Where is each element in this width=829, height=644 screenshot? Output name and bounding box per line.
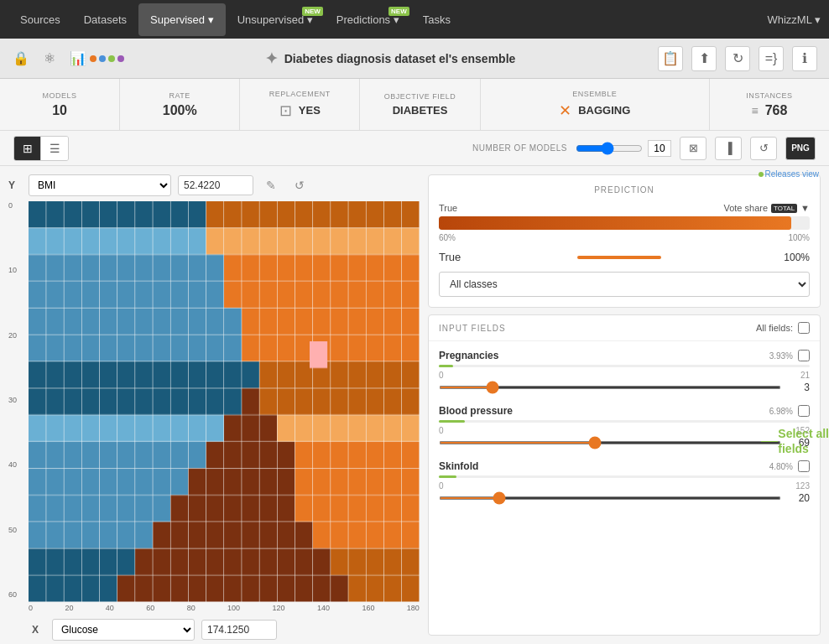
- select-all-tooltip: Select allfields: [761, 426, 829, 456]
- num-models-count: 10: [648, 140, 671, 157]
- model-tree-icon[interactable]: ⚛: [37, 46, 62, 71]
- field-pregnancies-pct-fill: [439, 365, 453, 367]
- all-fields-control: All fields:: [756, 322, 810, 334]
- dot1: [90, 55, 96, 62]
- heatmap-canvas: [29, 201, 420, 602]
- field-blood-pressure-range: 0 152: [439, 426, 810, 435]
- whizzml-menu[interactable]: WhizzML ▾: [767, 13, 821, 26]
- y-axis-labels: 60 50 40 30 20 10 0: [8, 201, 29, 615]
- stat-ensemble-row: ✕ BAGGING: [559, 101, 630, 120]
- predictions-badge: NEW: [388, 7, 409, 16]
- pct-right: 100%: [788, 233, 810, 242]
- nav-predictions[interactable]: NEW Predictions ▾: [325, 3, 411, 36]
- field-skinfold-pct-bar: [439, 475, 810, 478]
- input-fields-title: INPUT FIELDS: [439, 324, 506, 333]
- y-refresh-icon[interactable]: ↺: [289, 174, 310, 196]
- y-axis-label: Y: [8, 179, 22, 191]
- field-skinfold: Skinfold 4.80% 0 123: [439, 460, 810, 504]
- stack-icon[interactable]: 📊: [65, 46, 91, 71]
- nav-unsupervised[interactable]: NEW Unsupervised ▾: [226, 3, 325, 36]
- png-btn[interactable]: PNG: [785, 137, 816, 160]
- y-axis-select[interactable]: BMI: [29, 174, 171, 196]
- unsupervised-badge: NEW: [302, 7, 323, 16]
- toolbar-right-icons: 📋 ⬆ ↻ =} ℹ: [658, 46, 821, 71]
- toolbar-title-area: ✦ Diabetes diagnosis dataset el's ensemb…: [123, 49, 658, 68]
- prediction-progress-fill: [439, 216, 791, 230]
- prediction-card-title: PREDICTION: [439, 185, 810, 195]
- field-skinfold-range: 0 123: [439, 481, 810, 491]
- field-skinfold-pct-fill: [439, 475, 456, 478]
- stat-models: MODELS 10: [0, 79, 120, 130]
- stat-ensemble-label: ENSEMBLE: [572, 90, 617, 98]
- field-pregnancies-checkbox[interactable]: [798, 350, 810, 361]
- class-select[interactable]: All classes: [439, 272, 810, 297]
- nav-sources[interactable]: Sources: [8, 3, 72, 36]
- field-pregnancies-slider-row: 3: [439, 382, 810, 393]
- input-fields-card: INPUT FIELDS All fields: Pregnancies 3.9…: [428, 314, 821, 636]
- ensemble-icon: ✦: [265, 49, 278, 68]
- field-skinfold-value: 20: [786, 492, 810, 504]
- field-skinfold-slider[interactable]: [439, 496, 781, 500]
- pred-pct: 100%: [784, 252, 810, 263]
- field-skinfold-checkbox[interactable]: [798, 460, 810, 472]
- info-icon[interactable]: ℹ: [792, 46, 817, 71]
- chart-wrapper: 60 50 40 30 20 10 0 0 20 40: [8, 201, 420, 615]
- ensemble-x-icon: ✕: [559, 101, 571, 120]
- y-edit-icon[interactable]: ✎: [260, 174, 282, 196]
- field-blood-pressure-checkbox[interactable]: [798, 405, 810, 417]
- reload-btn[interactable]: ↺: [750, 137, 777, 160]
- chart-inner: 0 20 40 60 80 100 120 140 160 180: [29, 201, 420, 615]
- stat-models-label: MODELS: [43, 91, 77, 100]
- stat-ensemble: ENSEMBLE ✕ BAGGING: [481, 79, 710, 130]
- bar-chart-icon-btn[interactable]: ▐: [715, 137, 742, 160]
- stat-instances-value: 768: [765, 103, 788, 118]
- lock-icon[interactable]: 🔒: [8, 46, 34, 71]
- shuffle-icon-btn[interactable]: ⊠: [680, 137, 706, 160]
- y-axis-value-input[interactable]: [178, 175, 253, 195]
- field-skinfold-slider-row: 20: [439, 492, 810, 504]
- field-pregnancies-value: 3: [786, 382, 810, 393]
- nav-supervised[interactable]: Supervised ▾: [138, 3, 226, 36]
- dot2: [99, 55, 106, 62]
- prediction-progress-bar: [439, 216, 810, 230]
- code-icon[interactable]: =}: [759, 46, 784, 71]
- right-panel: Releases view PREDICTION True Vote share…: [428, 174, 821, 636]
- instances-icon: ≡: [751, 104, 758, 117]
- grid-view-btn[interactable]: ⊞: [14, 137, 41, 160]
- upload-icon[interactable]: ⬆: [691, 46, 717, 71]
- nav-tasks[interactable]: Tasks: [411, 3, 462, 36]
- controls-bar: ⊞ ☰ NUMBER OF MODELS 10 ⊠ ▐ ↺ PNG: [0, 131, 829, 166]
- field-pregnancies-slider[interactable]: [439, 386, 781, 389]
- x-axis-select[interactable]: Glucose: [52, 619, 195, 641]
- list-view-btn[interactable]: ☰: [41, 137, 68, 160]
- field-blood-pressure-slider[interactable]: [439, 441, 781, 444]
- replacement-icon: ⊡: [279, 101, 292, 120]
- field-blood-pressure-pct: 6.98%: [769, 407, 793, 416]
- stat-objective-value: DIABETES: [393, 104, 448, 117]
- heatmap: [29, 201, 420, 602]
- stats-bar: MODELS 10 RATE 100% REPLACEMENT ⊡ YES OB…: [0, 79, 829, 131]
- num-models-slider-container: 10: [576, 140, 671, 157]
- toolbar: 🔒 ⚛ 📊 ✦ Diabetes diagnosis dataset el's …: [0, 39, 829, 79]
- field-pregnancies: Pregnancies 3.93% 0 21: [439, 350, 810, 393]
- x-axis-value-input[interactable]: [201, 620, 277, 640]
- stat-ensemble-value: BAGGING: [578, 104, 630, 117]
- releases-link[interactable]: Releases view: [759, 169, 819, 179]
- pred-true-label: True: [439, 203, 457, 213]
- copy-icon[interactable]: 📋: [658, 46, 683, 71]
- field-skinfold-header: Skinfold 4.80%: [439, 460, 810, 472]
- nav-datasets[interactable]: Datasets: [72, 3, 138, 36]
- dots-status: [94, 46, 119, 71]
- field-blood-pressure-slider-row: 69: [439, 437, 810, 449]
- all-fields-checkbox[interactable]: [798, 322, 810, 334]
- pred-header-row: True Vote share TOTAL ▼: [439, 203, 810, 213]
- pred-row: True 100%: [439, 251, 810, 263]
- num-models-slider[interactable]: [576, 142, 643, 155]
- refresh-icon[interactable]: ↻: [725, 46, 750, 71]
- field-pregnancies-range: 0 21: [439, 371, 810, 380]
- field-blood-pressure-pct-fill: [439, 420, 465, 423]
- chart-area: 60 50 40 30 20 10 0 0 20 40: [8, 201, 420, 615]
- stat-rate-value: 100%: [163, 103, 197, 118]
- chart-panel: Y BMI ✎ ↺ 60 50 40 30 20 10 0: [8, 174, 420, 636]
- field-pregnancies-pct: 3.93%: [769, 351, 793, 361]
